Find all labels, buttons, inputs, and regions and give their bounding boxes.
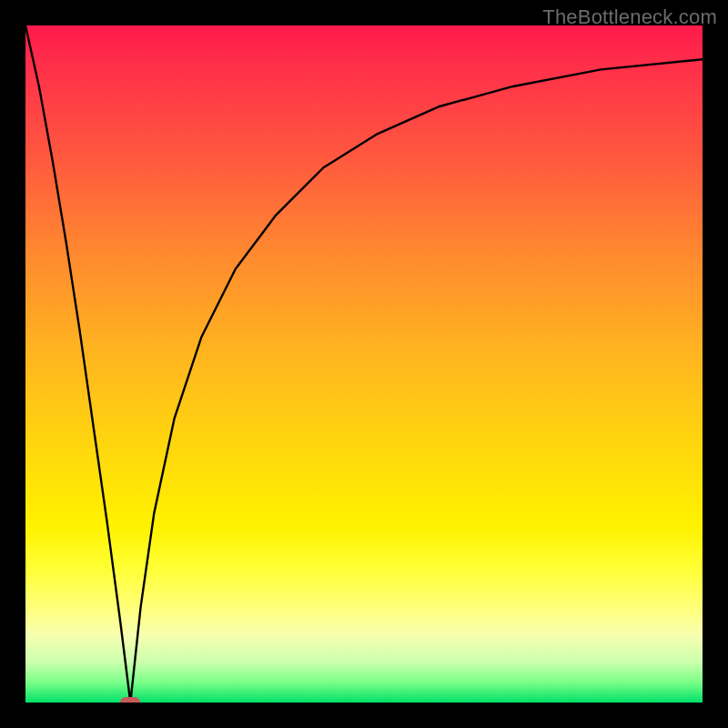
plot-area: [25, 25, 703, 703]
chart-frame: TheBottleneck.com: [0, 0, 728, 728]
bottleneck-curve: [25, 25, 703, 703]
optimum-marker: [120, 697, 140, 703]
watermark-text: TheBottleneck.com: [542, 5, 717, 29]
curve-layer: [25, 25, 703, 703]
